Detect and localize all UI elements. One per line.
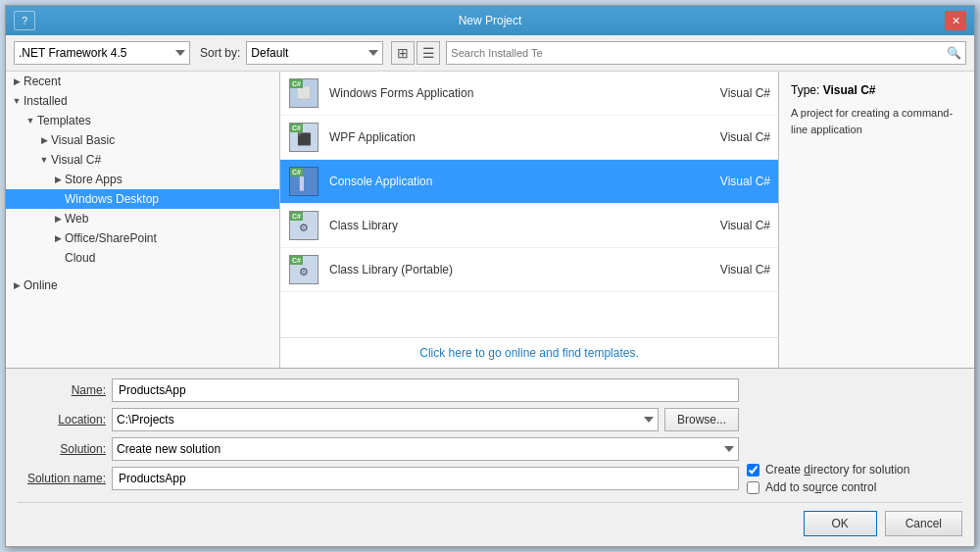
project-item-classlibrary[interactable]: C# ⚙ Class Library Visual C# bbox=[280, 204, 778, 248]
visual-csharp-arrow: ▼ bbox=[37, 155, 51, 165]
web-arrow: ▶ bbox=[51, 214, 65, 224]
create-directory-checkbox[interactable] bbox=[747, 464, 760, 477]
create-directory-row: Create directory for solution bbox=[747, 463, 962, 477]
source-control-row: Add to source control bbox=[747, 480, 962, 494]
type-value: Visual C# bbox=[823, 83, 876, 97]
title-bar-controls: ✕ bbox=[945, 11, 966, 30]
tree-item-store-apps[interactable]: ▶ Store Apps bbox=[6, 170, 279, 189]
solution-name-label: Solution name: bbox=[18, 472, 106, 485]
type-description: A project for creating a command-line ap… bbox=[791, 105, 962, 137]
project-list: C# ⬜ Windows Forms Application Visual C#… bbox=[280, 72, 778, 337]
list-view-button[interactable]: ☰ bbox=[416, 41, 440, 65]
console-name: Console Application bbox=[329, 175, 682, 188]
tree-item-recent[interactable]: ▶ Recent bbox=[6, 72, 279, 91]
wpf-type: Visual C# bbox=[692, 130, 770, 144]
right-panel: Type: Visual C# A project for creating a… bbox=[778, 72, 974, 368]
tree-item-visual-basic[interactable]: ▶ Visual Basic bbox=[6, 130, 279, 150]
create-directory-label: Create directory for solution bbox=[765, 463, 909, 477]
name-label: Name: bbox=[18, 383, 106, 397]
winforms-name: Windows Forms Application bbox=[329, 86, 682, 100]
online-link-section: Click here to go online and find templat… bbox=[280, 337, 778, 368]
sort-select[interactable]: Default bbox=[246, 41, 383, 65]
classlibrary-name: Class Library bbox=[329, 219, 682, 232]
project-item-console[interactable]: C# ▌ Console Application Visual C# bbox=[280, 160, 778, 204]
type-info: Type: Visual C# bbox=[791, 83, 962, 97]
windows-desktop-label: Windows Desktop bbox=[65, 192, 159, 206]
installed-label: Installed bbox=[24, 94, 68, 108]
recent-label: Recent bbox=[24, 75, 61, 88]
title-bar: ? New Project ✕ bbox=[6, 6, 974, 35]
wpf-name: WPF Application bbox=[329, 130, 682, 144]
templates-label: Templates bbox=[37, 114, 91, 127]
solution-label: Solution: bbox=[18, 442, 106, 456]
help-button[interactable]: ? bbox=[14, 11, 35, 30]
project-item-winforms[interactable]: C# ⬜ Windows Forms Application Visual C# bbox=[280, 72, 778, 116]
project-item-classlibrary-portable[interactable]: C# ⚙ Class Library (Portable) Visual C# bbox=[280, 248, 778, 292]
online-arrow: ▶ bbox=[10, 280, 24, 290]
tree-item-office-sharepoint[interactable]: ▶ Office/SharePoint bbox=[6, 228, 279, 248]
center-panel: C# ⬜ Windows Forms Application Visual C#… bbox=[280, 72, 778, 368]
portable-type: Visual C# bbox=[692, 263, 770, 276]
solution-select[interactable]: Create new solution bbox=[112, 437, 739, 461]
bottom-buttons: OK Cancel bbox=[18, 502, 962, 536]
search-icon[interactable]: 🔍 bbox=[947, 46, 961, 60]
form-right: Create directory for solution Add to sou… bbox=[747, 378, 962, 496]
dialog-body: .NET Framework 4.5 Sort by: Default ⊞ ☰ … bbox=[6, 35, 974, 546]
project-item-wpf[interactable]: C# ⬛ WPF Application Visual C# bbox=[280, 116, 778, 160]
title-bar-left: ? bbox=[14, 11, 35, 30]
solution-name-row: Solution name: bbox=[18, 467, 739, 490]
tree-item-web[interactable]: ▶ Web bbox=[6, 209, 279, 228]
tree-item-templates[interactable]: ▼ Templates bbox=[6, 111, 279, 130]
type-label: Type: bbox=[791, 83, 819, 97]
sort-label: Sort by: bbox=[200, 46, 240, 60]
form-main: Name: Location: C:\Projects Browse... So… bbox=[18, 378, 739, 496]
online-label: Online bbox=[24, 278, 58, 292]
new-project-dialog: ? New Project ✕ .NET Framework 4.5 Sort … bbox=[5, 5, 975, 547]
office-arrow: ▶ bbox=[51, 233, 65, 243]
search-box: 🔍 bbox=[446, 41, 966, 65]
source-control-label: Add to source control bbox=[765, 480, 876, 494]
portable-name: Class Library (Portable) bbox=[329, 263, 682, 276]
online-templates-link[interactable]: Click here to go online and find templat… bbox=[419, 346, 638, 360]
name-input[interactable] bbox=[112, 378, 739, 402]
search-input[interactable] bbox=[451, 47, 947, 59]
top-bar: .NET Framework 4.5 Sort by: Default ⊞ ☰ … bbox=[6, 35, 974, 72]
solution-name-input[interactable] bbox=[112, 467, 739, 490]
dialog-title: New Project bbox=[35, 14, 945, 27]
grid-view-button[interactable]: ⊞ bbox=[391, 41, 415, 65]
store-apps-arrow: ▶ bbox=[51, 175, 65, 184]
installed-arrow: ▼ bbox=[10, 96, 24, 106]
tree-item-online[interactable]: ▶ Online bbox=[6, 276, 279, 295]
tree-item-visual-csharp[interactable]: ▼ Visual C# bbox=[6, 150, 279, 170]
name-row: Name: bbox=[18, 378, 739, 402]
ok-button[interactable]: OK bbox=[804, 511, 877, 536]
winforms-icon: C# ⬜ bbox=[288, 77, 319, 109]
bottom-panel: Name: Location: C:\Projects Browse... So… bbox=[6, 368, 974, 546]
framework-select[interactable]: .NET Framework 4.5 bbox=[14, 41, 190, 65]
store-apps-label: Store Apps bbox=[65, 173, 122, 186]
web-label: Web bbox=[65, 212, 88, 226]
tree-item-installed[interactable]: ▼ Installed bbox=[6, 91, 279, 111]
location-row: Location: C:\Projects Browse... bbox=[18, 408, 739, 431]
console-icon: C# ▌ bbox=[288, 166, 319, 197]
close-button[interactable]: ✕ bbox=[945, 11, 966, 30]
classlibrary-type: Visual C# bbox=[692, 219, 770, 232]
left-panel: ▶ Recent ▼ Installed ▼ Templates ▶ Visua… bbox=[6, 72, 280, 368]
tree-item-windows-desktop[interactable]: Windows Desktop bbox=[6, 189, 279, 209]
recent-arrow: ▶ bbox=[10, 76, 24, 86]
tree-item-cloud[interactable]: Cloud bbox=[6, 248, 279, 268]
winforms-type: Visual C# bbox=[692, 86, 770, 100]
console-type: Visual C# bbox=[692, 175, 770, 188]
location-select[interactable]: C:\Projects bbox=[112, 408, 659, 431]
cancel-button[interactable]: Cancel bbox=[885, 511, 962, 536]
cloud-label: Cloud bbox=[65, 251, 95, 265]
solution-row: Solution: Create new solution bbox=[18, 437, 739, 461]
office-label: Office/SharePoint bbox=[65, 231, 157, 245]
source-control-checkbox[interactable] bbox=[747, 481, 760, 494]
main-content: ▶ Recent ▼ Installed ▼ Templates ▶ Visua… bbox=[6, 72, 974, 368]
browse-button[interactable]: Browse... bbox=[664, 408, 739, 431]
location-label: Location: bbox=[18, 413, 106, 427]
visual-basic-label: Visual Basic bbox=[51, 133, 115, 147]
classlibrary-icon: C# ⚙ bbox=[288, 210, 319, 241]
view-buttons: ⊞ ☰ bbox=[391, 41, 440, 65]
